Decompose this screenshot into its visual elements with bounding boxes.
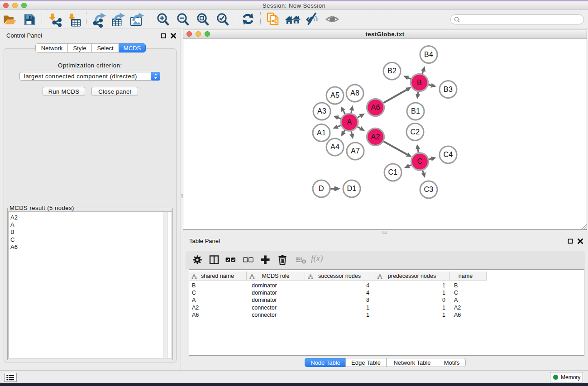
svg-text:A: A xyxy=(347,118,352,126)
svg-text:A4: A4 xyxy=(330,143,339,151)
svg-text:B3: B3 xyxy=(444,86,453,93)
svg-text:B: B xyxy=(417,79,422,86)
svg-text:A5: A5 xyxy=(330,91,339,99)
svg-text:A6: A6 xyxy=(371,104,380,111)
svg-text:B1: B1 xyxy=(411,107,420,115)
svg-text:A3: A3 xyxy=(317,107,326,115)
svg-text:A8: A8 xyxy=(350,89,359,97)
svg-text:D1: D1 xyxy=(347,185,356,192)
svg-text:A1: A1 xyxy=(317,129,326,137)
svg-text:A2: A2 xyxy=(371,133,380,141)
svg-text:C4: C4 xyxy=(443,151,453,158)
svg-text:C: C xyxy=(417,157,423,165)
svg-text:C1: C1 xyxy=(388,168,397,176)
svg-text:C3: C3 xyxy=(424,186,433,193)
svg-text:B2: B2 xyxy=(387,67,397,75)
svg-text:A7: A7 xyxy=(351,147,360,155)
svg-text:D: D xyxy=(319,185,324,192)
svg-text:C2: C2 xyxy=(410,128,420,136)
svg-text:B4: B4 xyxy=(424,51,433,58)
